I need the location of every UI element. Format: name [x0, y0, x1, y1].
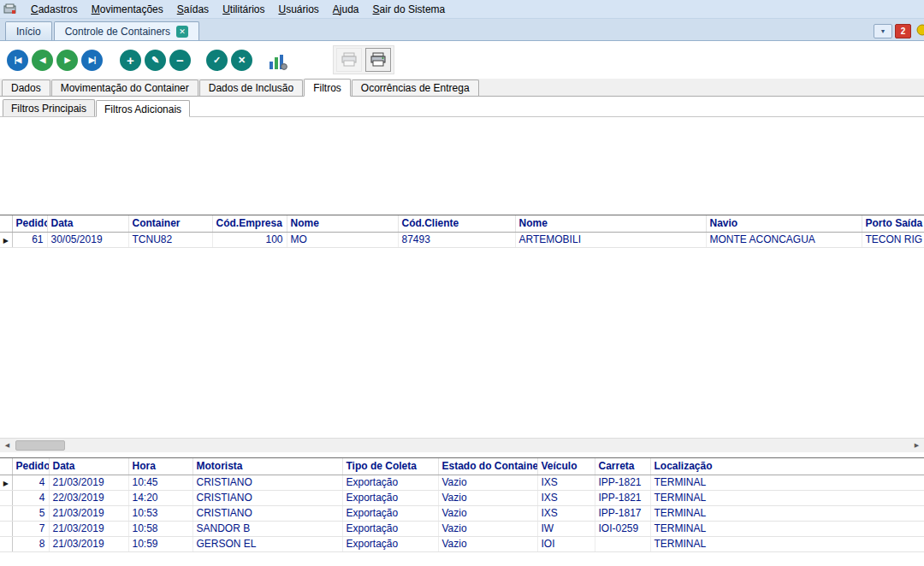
cell-navio[interactable]: MONTE ACONCAGUA	[706, 232, 862, 247]
menu-ajuda[interactable]: Ajuda	[326, 2, 366, 17]
tab-movimentacao-do-container[interactable]: Movimentação do Container	[51, 80, 198, 96]
cell-motorista[interactable]: GERSON EL	[192, 536, 342, 551]
scroll-right-icon[interactable]: ▶	[909, 439, 924, 452]
notification-badge[interactable]: 2	[895, 24, 911, 38]
col-navio[interactable]: Navio	[706, 215, 862, 232]
tab-dados-de-inclusao[interactable]: Dados de Inclusão	[199, 80, 303, 96]
col-hora[interactable]: Hora	[128, 458, 192, 475]
cell-nome-empresa[interactable]: MO	[287, 232, 398, 247]
col-motorista[interactable]: Motorista	[192, 458, 342, 475]
col-estado-do-container[interactable]: Estado do Container	[438, 458, 537, 475]
cell-estado[interactable]: Vazio	[438, 490, 537, 505]
print-preview-button[interactable]	[336, 48, 362, 72]
cell-tipo[interactable]: Exportação	[342, 475, 438, 490]
col-cod-cliente[interactable]: Cód.Cliente	[398, 215, 515, 232]
cell-pedido[interactable]: 4	[12, 475, 49, 490]
cell-porto-saida[interactable]: TECON RIG	[862, 232, 924, 247]
col-nome-cliente[interactable]: Nome	[515, 215, 706, 232]
col-pedido[interactable]: Pedido	[12, 215, 47, 232]
menu-sair-do-sistema[interactable]: Sair do Sistema	[366, 2, 453, 17]
cell-data[interactable]: 30/05/2019	[47, 232, 128, 247]
cell-data[interactable]: 21/03/2019	[49, 521, 128, 536]
close-tab-icon[interactable]: ✕	[176, 26, 188, 38]
col-porto-saida[interactable]: Porto Saída	[862, 215, 924, 232]
cell-nome-cliente[interactable]: ARTEMOBILI	[515, 232, 706, 247]
col-container[interactable]: Container	[128, 215, 212, 232]
cell-hora[interactable]: 10:59	[128, 536, 192, 551]
cell-carreta[interactable]	[595, 536, 650, 551]
next-record-button[interactable]: ▶	[56, 50, 78, 71]
cell-localizacao[interactable]: TERMINAL	[650, 536, 924, 551]
cell-motorista[interactable]: CRISTIANO	[192, 505, 342, 521]
cell-hora[interactable]: 10:53	[128, 505, 192, 521]
cell-pedido[interactable]: 7	[12, 521, 49, 536]
scrollbar-thumb[interactable]	[15, 440, 65, 451]
scroll-left-icon[interactable]: ◀	[0, 439, 15, 452]
menu-utilitarios[interactable]: Utilitários	[216, 2, 271, 17]
cell-cod-empresa[interactable]: 100	[212, 232, 287, 247]
tab-controle-de-containers[interactable]: Controle de Containers ✕	[54, 21, 199, 40]
tab-dados[interactable]: Dados	[2, 80, 50, 96]
cell-veiculo[interactable]: IXS	[537, 490, 595, 505]
menu-movimentacoes[interactable]: Movimentações	[85, 2, 170, 17]
first-record-button[interactable]: |◀	[7, 50, 28, 71]
cell-hora[interactable]: 14:20	[128, 490, 192, 505]
cell-localizacao[interactable]: TERMINAL	[650, 505, 924, 521]
cell-pedido[interactable]: 61	[12, 232, 47, 247]
col-data[interactable]: Data	[47, 215, 128, 232]
cell-pedido[interactable]: 5	[12, 505, 49, 521]
cell-tipo[interactable]: Exportação	[342, 536, 438, 551]
cell-motorista[interactable]: CRISTIANO	[192, 490, 342, 505]
print-button[interactable]	[365, 48, 391, 72]
cell-localizacao[interactable]: TERMINAL	[650, 490, 924, 505]
cell-veiculo[interactable]: IXS	[537, 505, 595, 521]
cell-estado[interactable]: Vazio	[438, 536, 537, 551]
cell-container[interactable]: TCNU82	[128, 232, 212, 247]
prev-record-button[interactable]: ◀	[32, 50, 53, 71]
col-nome-empresa[interactable]: Nome	[287, 215, 398, 232]
cell-carreta[interactable]: IPP-1821	[595, 475, 650, 490]
chart-button[interactable]	[266, 49, 290, 71]
col-tipo-de-coleta[interactable]: Tipo de Coleta	[342, 458, 438, 475]
cell-motorista[interactable]: CRISTIANO	[192, 475, 342, 490]
cell-pedido[interactable]: 8	[12, 536, 49, 551]
cell-data[interactable]: 22/03/2019	[49, 490, 128, 505]
table-row[interactable]: 7 21/03/2019 10:58 SANDOR B Exportação V…	[0, 521, 924, 536]
cell-estado[interactable]: Vazio	[438, 475, 537, 490]
cell-carreta[interactable]: IPP-1817	[595, 505, 650, 521]
confirm-button[interactable]: ✓	[206, 50, 228, 71]
table-row[interactable]: ▶ 61 30/05/2019 TCNU82 100 MO 87493 ARTE…	[0, 232, 924, 247]
tab-ocorrencias-de-entrega[interactable]: Ocorrências de Entrega	[352, 80, 479, 96]
cell-localizacao[interactable]: TERMINAL	[650, 521, 924, 536]
cell-motorista[interactable]: SANDOR B	[192, 521, 342, 536]
col-veiculo[interactable]: Veículo	[537, 458, 595, 475]
menu-saidas[interactable]: Saídas	[170, 2, 216, 17]
cell-estado[interactable]: Vazio	[438, 521, 537, 536]
pin-icon[interactable]	[914, 23, 924, 38]
col-pedido[interactable]: Pedido	[12, 458, 49, 475]
last-record-button[interactable]: ▶|	[81, 50, 103, 71]
col-data[interactable]: Data	[49, 458, 128, 475]
add-record-button[interactable]: +	[120, 50, 141, 71]
cell-tipo[interactable]: Exportação	[342, 505, 438, 521]
menu-usuarios[interactable]: Usuários	[271, 2, 325, 17]
tab-filtros-principais[interactable]: Filtros Principais	[3, 99, 95, 116]
col-localizacao[interactable]: Localização	[650, 458, 924, 475]
cell-data[interactable]: 21/03/2019	[49, 536, 128, 551]
cell-tipo[interactable]: Exportação	[342, 521, 438, 536]
tab-filtros[interactable]: Filtros	[304, 79, 351, 97]
cell-veiculo[interactable]: IW	[537, 521, 595, 536]
cancel-button[interactable]: ✕	[231, 50, 252, 71]
cell-tipo[interactable]: Exportação	[342, 490, 438, 505]
cell-carreta[interactable]: IOI-0259	[595, 521, 650, 536]
cell-data[interactable]: 21/03/2019	[49, 475, 128, 490]
tab-inicio[interactable]: Início	[5, 21, 52, 40]
cell-pedido[interactable]: 4	[12, 490, 49, 505]
horizontal-scrollbar[interactable]: ◀ ▶	[0, 438, 924, 452]
cell-cod-cliente[interactable]: 87493	[398, 232, 515, 247]
table-row[interactable]: 8 21/03/2019 10:59 GERSON EL Exportação …	[0, 536, 924, 551]
cell-carreta[interactable]: IPP-1821	[595, 490, 650, 505]
tab-filtros-adicionais[interactable]: Filtros Adicionais	[96, 100, 190, 117]
delete-record-button[interactable]: −	[169, 50, 191, 71]
cell-data[interactable]: 21/03/2019	[49, 505, 128, 521]
